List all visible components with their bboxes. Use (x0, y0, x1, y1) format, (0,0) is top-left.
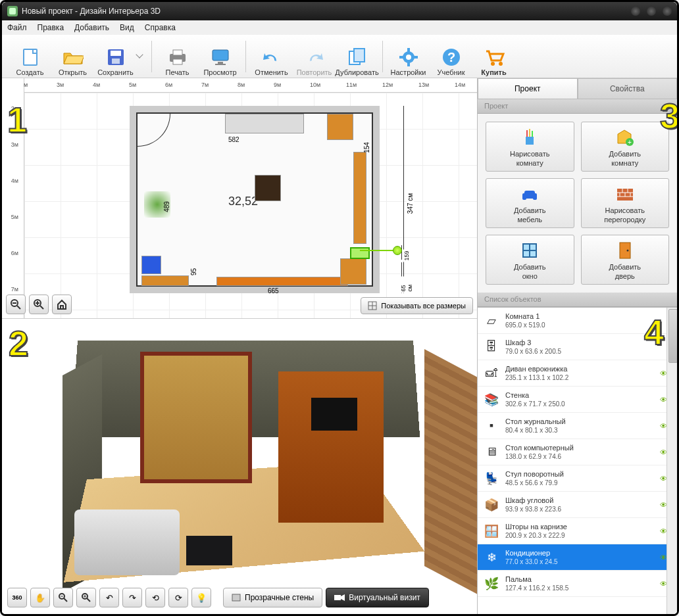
list-item[interactable]: 🗄Шкаф 379.0 x 63.6 x 200.5 (478, 334, 677, 360)
plan-table[interactable] (255, 175, 281, 201)
zoom-in-3d-button[interactable] (76, 588, 96, 607)
list-item[interactable]: ▪Стол журнальный80.4 x 80.1 x 30.3👁 (478, 413, 677, 439)
plan-ac-selected[interactable] (350, 247, 370, 259)
add-furniture-button[interactable]: Добавитьмебель (486, 178, 574, 228)
dimensions-icon (368, 301, 377, 310)
annotation-badge-2: 2 (9, 323, 28, 364)
plan-shelf[interactable] (216, 277, 348, 286)
print-button[interactable]: Печать (156, 37, 199, 76)
ruler-vertical: 2м 3м 4м 5м 6м 7м (2, 78, 24, 318)
tab-properties[interactable]: Свойства (578, 78, 678, 99)
object-name: Стул поворотный (505, 469, 660, 479)
dim-label: 95 (190, 268, 197, 275)
open-button[interactable]: Открыть (51, 37, 94, 76)
settings-button[interactable]: Настройки (387, 37, 430, 76)
view-3d[interactable]: 360 ✋ ↶ ↷ ⟲ ⟳ 💡 Прозрачные стены Виртуал… (2, 318, 477, 614)
save-icon (104, 46, 128, 68)
view-2d[interactable]: 2м 3м 4м 5м 6м 7м м 3м 4м 5м 6м 7м 8м 9м… (2, 78, 477, 318)
transparent-walls-button[interactable]: Прозрачные стены (223, 588, 322, 607)
tilt-up-button[interactable]: ⟳ (168, 588, 188, 607)
list-item[interactable]: 💺Стул поворотный48.5 x 56.6 x 79.9👁 (478, 465, 677, 492)
tabs: Проект Свойства (478, 78, 677, 99)
list-item[interactable]: 🖥Стол компьютерный138.0 x 62.9 x 74.6👁 (478, 439, 677, 465)
add-window-button[interactable]: Добавитьокно (486, 235, 574, 285)
undo-label: Отменить (255, 68, 288, 76)
menu-edit[interactable]: Правка (38, 23, 64, 32)
list-item[interactable]: 📦Шкаф угловой93.9 x 93.8 x 223.6👁 (478, 492, 677, 518)
svg-rect-6 (173, 59, 182, 64)
dim-label: 665 (268, 287, 279, 295)
svg-rect-2 (111, 51, 121, 56)
plan-chair[interactable] (141, 256, 161, 274)
undo-icon (260, 46, 284, 68)
plan-wardrobe[interactable] (327, 114, 353, 140)
list-item[interactable]: 🌿Пальма127.4 x 116.2 x 158.5👁 (478, 571, 677, 597)
toolbar: Создать Открыть Сохранить Печать Просмот… (2, 35, 677, 78)
canvas-2d[interactable]: 32,52 582 154 (24, 93, 477, 318)
tilt-down-button[interactable]: ⟲ (145, 588, 165, 607)
save-button[interactable]: Сохранить (94, 37, 137, 76)
help-button[interactable]: ? Учебник (430, 37, 472, 76)
menu-view[interactable]: Вид (120, 23, 134, 32)
object-thumb-icon: 📦 (483, 496, 500, 513)
scene-3d[interactable] (35, 325, 470, 581)
tab-project[interactable]: Проект (478, 78, 578, 99)
plan-wall-unit[interactable] (353, 152, 366, 244)
object-list[interactable]: 4 ▱Комната 1695.0 x 519.0🗄Шкаф 379.0 x 6… (478, 307, 677, 614)
home-button[interactable] (52, 295, 72, 314)
minimize-button[interactable] (631, 7, 640, 16)
show-dimensions-button[interactable]: Показывать все размеры (361, 297, 473, 314)
zoom-in-button[interactable] (29, 295, 49, 314)
add-room-button[interactable]: + Добавитькомнату (581, 122, 670, 172)
list-item[interactable]: 🪟Шторы на карнизе200.9 x 20.3 x 222.9👁 (478, 518, 677, 544)
selection-handle[interactable] (393, 246, 402, 255)
door-icon (615, 241, 636, 260)
rotate-right-button[interactable]: ↷ (122, 588, 142, 607)
menu-add[interactable]: Добавить (74, 23, 109, 32)
svg-point-13 (406, 55, 411, 60)
svg-rect-8 (218, 62, 223, 64)
draw-partition-button[interactable]: Нарисоватьперегородку (581, 178, 670, 228)
menu-file[interactable]: Файл (7, 23, 27, 32)
object-name: Пальма (505, 575, 660, 584)
maximize-button[interactable] (647, 7, 656, 16)
plan-corner[interactable] (340, 258, 366, 285)
list-item[interactable]: ▱Комната 1695.0 x 519.0 (478, 308, 677, 334)
menu-help[interactable]: Справка (145, 23, 176, 32)
save-dropdown[interactable] (136, 51, 143, 58)
zoom-out-button[interactable] (6, 295, 26, 314)
object-thumb-icon: ❄ (483, 549, 500, 566)
dim-label: 154 (363, 142, 370, 153)
object-name: Стенка (505, 391, 660, 400)
list-item[interactable]: 🛋Диван еврокнижка235.1 x 113.1 x 102.2👁 (478, 360, 677, 387)
light-button[interactable]: 💡 (191, 588, 211, 607)
undo-button[interactable]: Отменить (250, 37, 293, 76)
draw-room-button[interactable]: Нарисоватькомнату (486, 122, 574, 172)
rotate-360-button[interactable]: 360 (7, 588, 27, 607)
preview-label: Просмотр (203, 68, 236, 76)
duplicate-label: Дублировать (335, 68, 378, 76)
buy-button[interactable]: Купить (472, 37, 515, 76)
list-item[interactable]: ❄Кондиционер77.0 x 33.0 x 24.5👁 (478, 544, 677, 571)
plan-sofa[interactable] (225, 114, 304, 133)
close-button[interactable] (663, 7, 672, 16)
svg-rect-7 (213, 50, 228, 60)
pan-button[interactable]: ✋ (30, 588, 50, 607)
plan-desk[interactable] (141, 275, 189, 286)
object-dims: 695.0 x 519.0 (505, 321, 672, 329)
object-name: Стол журнальный (505, 417, 660, 426)
virtual-visit-button[interactable]: Виртуальный визит (326, 588, 429, 607)
preview-button[interactable]: Просмотр (199, 37, 241, 76)
redo-button[interactable]: Повторить (293, 37, 336, 76)
create-button[interactable]: Создать (9, 37, 51, 76)
rotate-left-button[interactable]: ↶ (99, 588, 119, 607)
svg-rect-48 (522, 193, 526, 200)
object-thumb-icon: 📚 (483, 391, 500, 408)
zoom-out-3d-button[interactable] (53, 588, 73, 607)
section-header-objects: Список объектов (478, 293, 677, 307)
duplicate-button[interactable]: Дублировать (336, 37, 378, 76)
add-door-button[interactable]: Добавитьдверь (581, 235, 670, 285)
object-thumb-icon: 🗄 (483, 339, 500, 356)
list-item[interactable]: 📚Стенка302.6 x 71.7 x 250.0👁 (478, 387, 677, 413)
svg-rect-5 (173, 50, 182, 55)
